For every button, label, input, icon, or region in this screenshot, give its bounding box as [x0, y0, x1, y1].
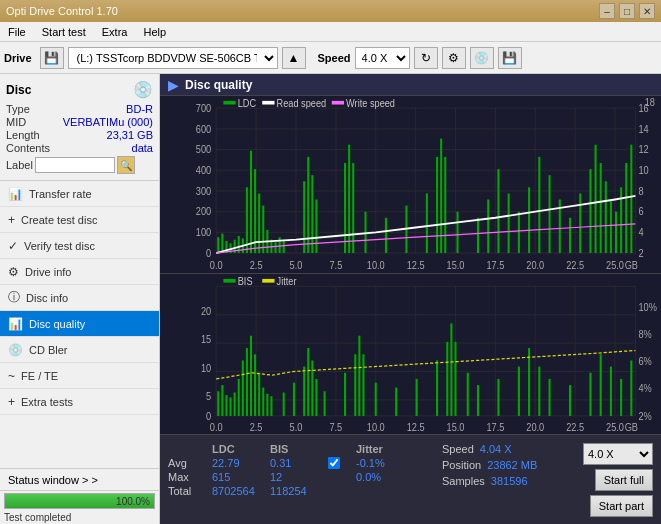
- disc-button[interactable]: 💿: [470, 47, 494, 69]
- maximize-button[interactable]: □: [619, 3, 635, 19]
- nav-verify-test-disc[interactable]: ✓ Verify test disc: [0, 233, 159, 259]
- svg-text:22.5: 22.5: [566, 259, 584, 271]
- refresh-button[interactable]: ↻: [414, 47, 438, 69]
- jitter-checkbox[interactable]: [328, 457, 340, 469]
- svg-text:17.5: 17.5: [486, 420, 504, 432]
- svg-rect-83: [487, 199, 489, 253]
- nav-create-test-disc[interactable]: + Create test disc: [0, 207, 159, 233]
- content-area: ▶ Disc quality: [160, 74, 661, 524]
- svg-rect-186: [538, 366, 540, 415]
- start-full-button[interactable]: Start full: [595, 469, 653, 491]
- drive-select[interactable]: (L:) TSSTcorp BDDVDW SE-506CB TS02: [68, 47, 278, 69]
- disc-quality-icon: 📊: [8, 317, 23, 331]
- drive-info-icon: ⚙: [8, 265, 19, 279]
- drive-icon-btn[interactable]: 💾: [40, 47, 64, 69]
- svg-text:7.5: 7.5: [329, 420, 342, 432]
- svg-rect-167: [311, 360, 313, 416]
- svg-text:5: 5: [206, 390, 211, 402]
- max-bis: 12: [270, 471, 320, 483]
- svg-rect-189: [589, 372, 591, 415]
- svg-rect-72: [348, 145, 350, 253]
- minimize-button[interactable]: –: [599, 3, 615, 19]
- create-disc-icon: +: [8, 213, 15, 227]
- svg-rect-80: [444, 157, 446, 253]
- svg-text:2.5: 2.5: [250, 259, 263, 271]
- svg-rect-174: [375, 382, 377, 415]
- sidebar: Disc 💿 Type BD-R MID VERBATIMu (000) Len…: [0, 74, 160, 524]
- svg-rect-65: [279, 237, 281, 253]
- disc-info-icon: ⓘ: [8, 289, 20, 306]
- svg-rect-149: [217, 391, 219, 416]
- svg-rect-91: [569, 218, 571, 253]
- svg-rect-98: [615, 212, 617, 253]
- svg-rect-165: [303, 366, 305, 415]
- close-button[interactable]: ✕: [639, 3, 655, 19]
- svg-rect-86: [518, 212, 520, 253]
- svg-rect-50: [217, 237, 219, 253]
- chart1-svg: 0 100 200 300 400 500 600 700 2 4 6: [160, 96, 661, 273]
- nav-transfer-rate[interactable]: 📊 Transfer rate: [0, 181, 159, 207]
- menu-extra[interactable]: Extra: [98, 24, 132, 40]
- nav-drive-info[interactable]: ⚙ Drive info: [0, 259, 159, 285]
- nav-disc-info[interactable]: ⓘ Disc info: [0, 285, 159, 311]
- type-value: BD-R: [126, 103, 153, 115]
- svg-rect-70: [315, 199, 317, 253]
- svg-rect-194: [223, 278, 235, 282]
- svg-rect-162: [270, 396, 272, 416]
- svg-rect-106: [332, 101, 344, 105]
- disc-quality-title: Disc quality: [185, 78, 252, 92]
- svg-rect-87: [528, 187, 530, 253]
- svg-rect-166: [307, 348, 309, 416]
- speed-select-stat[interactable]: 4.0 X: [583, 443, 653, 465]
- svg-rect-59: [254, 169, 256, 253]
- svg-text:7.5: 7.5: [329, 259, 342, 271]
- menu-bar: File Start test Extra Help: [0, 22, 661, 42]
- chart1-area: 0 100 200 300 400 500 600 700 2 4 6: [160, 96, 661, 274]
- menu-help[interactable]: Help: [139, 24, 170, 40]
- svg-text:10.0: 10.0: [367, 259, 385, 271]
- nav-fe-te[interactable]: ~ FE / TE: [0, 363, 159, 389]
- svg-rect-184: [518, 366, 520, 415]
- svg-text:10%: 10%: [639, 301, 657, 313]
- start-part-button[interactable]: Start part: [590, 495, 653, 517]
- svg-rect-96: [605, 181, 607, 253]
- menu-start-test[interactable]: Start test: [38, 24, 90, 40]
- ldc-header: LDC: [212, 443, 262, 455]
- eject-button[interactable]: ▲: [282, 47, 306, 69]
- save-button[interactable]: 💾: [498, 47, 522, 69]
- svg-text:20.0: 20.0: [526, 259, 544, 271]
- nav-cd-bler[interactable]: 💿 CD Bler: [0, 337, 159, 363]
- disc-quality-header-icon: ▶: [168, 77, 179, 93]
- nav-extra-tests[interactable]: + Extra tests: [0, 389, 159, 415]
- svg-text:Jitter: Jitter: [277, 275, 297, 287]
- svg-text:5.0: 5.0: [290, 420, 303, 432]
- length-label: Length: [6, 129, 40, 141]
- svg-rect-160: [262, 387, 264, 415]
- contents-value: data: [132, 142, 153, 154]
- settings-button[interactable]: ⚙: [442, 47, 466, 69]
- window-controls: – □ ✕: [599, 3, 655, 19]
- svg-text:22.5: 22.5: [566, 420, 584, 432]
- svg-rect-95: [600, 163, 602, 253]
- menu-file[interactable]: File: [4, 24, 30, 40]
- svg-text:6: 6: [639, 206, 644, 218]
- svg-rect-176: [416, 378, 418, 415]
- svg-rect-163: [283, 392, 285, 415]
- speed-select[interactable]: 4.0 X: [355, 47, 410, 69]
- svg-rect-157: [250, 335, 252, 415]
- svg-text:GB: GB: [625, 420, 638, 432]
- status-section: Status window > > 100.0% Test completed: [0, 468, 159, 524]
- status-window-button[interactable]: Status window > >: [0, 469, 159, 491]
- label-search-button[interactable]: 🔍: [117, 156, 135, 174]
- svg-text:10: 10: [639, 164, 650, 176]
- svg-rect-82: [477, 218, 479, 253]
- label-input[interactable]: [35, 157, 115, 173]
- jitter-header: Jitter: [356, 443, 416, 455]
- fe-te-icon: ~: [8, 369, 15, 383]
- svg-text:12.5: 12.5: [407, 420, 425, 432]
- svg-rect-168: [315, 378, 317, 415]
- svg-text:300: 300: [196, 185, 212, 197]
- svg-rect-196: [262, 278, 274, 282]
- nav-disc-quality[interactable]: 📊 Disc quality: [0, 311, 159, 337]
- svg-text:10.0: 10.0: [367, 420, 385, 432]
